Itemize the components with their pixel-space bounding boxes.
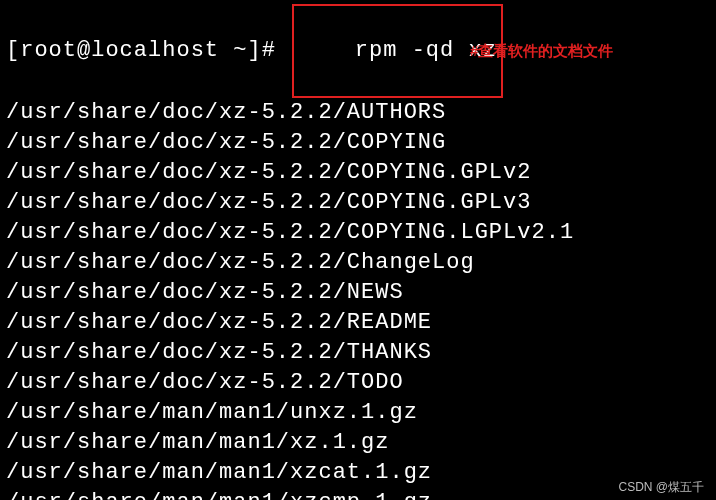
annotation-label: #查看软件的文档文件 bbox=[470, 42, 613, 61]
output-line: /usr/share/doc/xz-5.2.2/COPYING bbox=[6, 128, 710, 158]
watermark: CSDN @煤五千 bbox=[618, 479, 704, 496]
output-line: /usr/share/doc/xz-5.2.2/COPYING.GPLv3 bbox=[6, 188, 710, 218]
shell-prompt: [root@localhost ~]# bbox=[6, 36, 290, 66]
output-line: /usr/share/man/man1/xz.1.gz bbox=[6, 428, 710, 458]
output-line: /usr/share/doc/xz-5.2.2/README bbox=[6, 308, 710, 338]
output-line: /usr/share/doc/xz-5.2.2/AUTHORS bbox=[6, 98, 710, 128]
output-line: /usr/share/doc/xz-5.2.2/ChangeLog bbox=[6, 248, 710, 278]
output-line: /usr/share/doc/xz-5.2.2/THANKS bbox=[6, 338, 710, 368]
output-line: /usr/share/doc/xz-5.2.2/COPYING.GPLv2 bbox=[6, 158, 710, 188]
output-line: /usr/share/doc/xz-5.2.2/COPYING.LGPLv2.1 bbox=[6, 218, 710, 248]
output-line: /usr/share/man/man1/xzcmp.1.gz bbox=[6, 488, 710, 500]
output-line: /usr/share/man/man1/unxz.1.gz bbox=[6, 398, 710, 428]
output-line: /usr/share/doc/xz-5.2.2/NEWS bbox=[6, 278, 710, 308]
output-line: /usr/share/man/man1/xzcat.1.gz bbox=[6, 458, 710, 488]
output-line: /usr/share/doc/xz-5.2.2/TODO bbox=[6, 368, 710, 398]
